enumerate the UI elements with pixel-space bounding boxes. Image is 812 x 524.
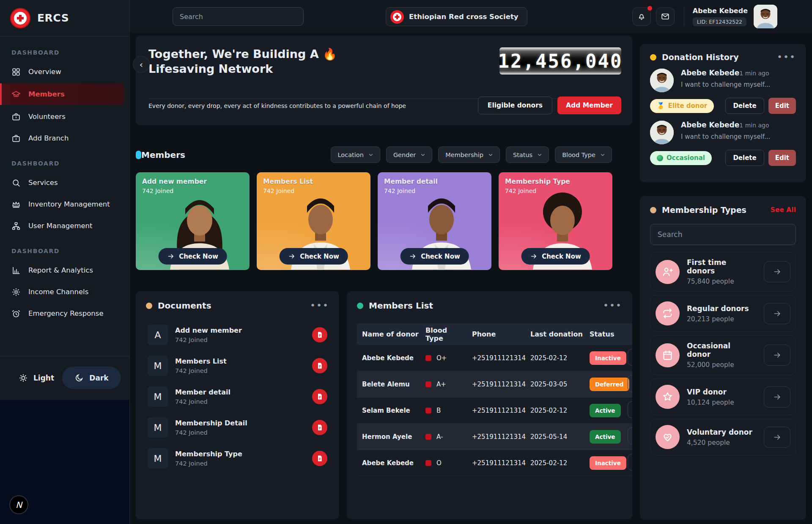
type-count: 10,124 people bbox=[687, 399, 734, 406]
type-arrow-button[interactable] bbox=[764, 427, 790, 448]
user-name: Abebe Kebede bbox=[693, 7, 748, 15]
doc-initial: M bbox=[148, 417, 168, 438]
sidebar-item-overview[interactable]: Overview bbox=[0, 61, 129, 83]
table-row: Abebe Kebede O+ +251911121314 2025-02-12… bbox=[357, 345, 632, 371]
chevron-down-icon bbox=[420, 152, 426, 158]
sidebar-item-members[interactable]: Members bbox=[0, 83, 124, 105]
donor-phone: +251911121314 bbox=[467, 354, 525, 362]
doc-subtitle: 742 Joined bbox=[175, 429, 247, 436]
light-mode-label: Light bbox=[33, 374, 54, 382]
check-now-button[interactable]: Check Now bbox=[158, 248, 227, 265]
pdf-download-button[interactable] bbox=[312, 358, 327, 373]
membership-types-title: Membership Types bbox=[662, 205, 746, 215]
types-search bbox=[650, 224, 796, 245]
members-section-title: Members bbox=[141, 150, 185, 160]
status-badge: Inactive bbox=[590, 456, 626, 470]
card-membership-type[interactable]: Membership Type 742 Joined Check Now bbox=[499, 172, 612, 270]
crown-icon bbox=[11, 200, 21, 209]
types-search-input[interactable] bbox=[650, 224, 796, 245]
check-now-button[interactable]: Check Now bbox=[521, 248, 590, 265]
see-all-link[interactable]: See All bbox=[771, 206, 796, 214]
table-row: Hermon Ayele A- +251911121314 2025-05-14… bbox=[357, 424, 632, 450]
card-members-list[interactable]: Members List 742 Joined Check Now bbox=[257, 172, 370, 270]
card-subtitle: 742 Joined bbox=[384, 188, 415, 194]
donor-photo bbox=[650, 121, 674, 144]
card-add-new-member[interactable]: Add new member 742 Joined Check Now bbox=[136, 172, 250, 270]
type-arrow-button[interactable] bbox=[764, 261, 790, 282]
eligible-donors-button[interactable]: Eligible donors bbox=[478, 97, 552, 114]
avatar[interactable] bbox=[650, 69, 674, 92]
sidebar-item-user-management[interactable]: User Management bbox=[0, 215, 129, 237]
light-mode-button[interactable]: Light bbox=[19, 373, 54, 383]
doc-title: Membership Type bbox=[175, 450, 242, 458]
sidebar-item-label: Add Branch bbox=[28, 134, 69, 142]
arrow-right-icon bbox=[288, 253, 295, 260]
more-icon[interactable]: ••• bbox=[310, 303, 329, 308]
pdf-download-button[interactable] bbox=[312, 327, 327, 342]
check-now-button[interactable]: Check Now bbox=[279, 248, 348, 265]
card-subtitle: 742 Joined bbox=[505, 188, 536, 194]
edit-button[interactable]: Edit bbox=[768, 150, 796, 166]
sidebar-item-income-channels[interactable]: Income Channels bbox=[0, 281, 129, 303]
filter-location[interactable]: Location bbox=[331, 146, 380, 163]
doc-initial: A bbox=[148, 325, 168, 345]
sidebar-item-inventory-management[interactable]: Inventory Management bbox=[0, 193, 129, 215]
filter-membership[interactable]: Membership bbox=[438, 146, 500, 163]
check-now-button[interactable]: Check Now bbox=[400, 248, 469, 265]
star-icon bbox=[656, 385, 680, 409]
nextjs-logo-icon[interactable]: N bbox=[9, 495, 28, 514]
org-badge[interactable]: Ethiopian Red cross Society bbox=[386, 7, 527, 26]
filter-status[interactable]: Status bbox=[506, 146, 549, 163]
avatar[interactable] bbox=[650, 121, 674, 144]
notifications-button[interactable] bbox=[632, 7, 651, 26]
row-action-button[interactable] bbox=[628, 349, 632, 366]
card-title: Members List bbox=[263, 178, 313, 185]
avatar[interactable] bbox=[754, 5, 777, 28]
card-subtitle: 742 Joined bbox=[142, 188, 173, 194]
messages-button[interactable] bbox=[656, 7, 675, 26]
type-arrow-button[interactable] bbox=[764, 345, 790, 366]
moon-icon bbox=[74, 373, 84, 383]
pdf-download-button[interactable] bbox=[312, 451, 327, 466]
type-arrow-button[interactable] bbox=[764, 303, 790, 324]
blood-drop-icon bbox=[425, 408, 431, 414]
col-last-donation: Last donation bbox=[525, 330, 584, 338]
pdf-download-button[interactable] bbox=[312, 420, 327, 435]
delete-button[interactable]: Delete bbox=[725, 150, 764, 166]
global-search bbox=[173, 7, 304, 26]
pdf-download-button[interactable] bbox=[312, 389, 327, 404]
mail-icon bbox=[661, 12, 670, 21]
content-column: ‹ Together, We're Building A 🔥 Lifesavin… bbox=[136, 36, 632, 524]
type-arrow-button[interactable] bbox=[764, 386, 790, 408]
last-donation: 2025-03-05 bbox=[525, 381, 584, 388]
sidebar-footer: N bbox=[0, 400, 129, 524]
doc-subtitle: 742 Joined bbox=[175, 460, 242, 467]
search-input[interactable] bbox=[173, 8, 303, 25]
more-icon[interactable]: ••• bbox=[777, 55, 796, 59]
type-title: Voluntary donor bbox=[687, 428, 752, 436]
document-item: M Membership Type742 Joined bbox=[146, 444, 329, 472]
card-member-detail[interactable]: Member detail 742 Joined Check Now bbox=[378, 172, 491, 270]
edit-button[interactable]: Edit bbox=[768, 98, 796, 114]
row-action-button[interactable] bbox=[628, 375, 632, 392]
doc-subtitle: 742 Joined bbox=[175, 398, 230, 405]
sidebar-item-report-analytics[interactable]: Report & Analytics bbox=[0, 259, 129, 281]
more-icon[interactable]: ••• bbox=[603, 303, 622, 308]
filter-blood-type[interactable]: Blood Type bbox=[555, 146, 612, 163]
donor-name: Hermon Ayele bbox=[357, 433, 420, 441]
sidebar-item-emergency-response[interactable]: Emergency Response bbox=[0, 303, 129, 324]
doc-title: Membership Detail bbox=[175, 419, 247, 427]
membership-types-dot bbox=[650, 207, 656, 213]
row-action-button[interactable] bbox=[628, 401, 632, 418]
sidebar-item-add-branch[interactable]: Add Branch bbox=[0, 127, 129, 149]
sidebar-item-services[interactable]: Services bbox=[0, 172, 129, 193]
row-action-button[interactable] bbox=[628, 454, 632, 471]
sidebar-item-volunteers[interactable]: Volunteers bbox=[0, 106, 129, 127]
gear-icon bbox=[11, 287, 21, 297]
filter-gender[interactable]: Gender bbox=[386, 146, 432, 163]
dark-mode-button[interactable]: Dark bbox=[62, 367, 121, 389]
carousel-prev-button[interactable]: ‹ bbox=[133, 56, 150, 73]
delete-button[interactable]: Delete bbox=[725, 98, 764, 114]
row-action-button[interactable] bbox=[628, 427, 632, 444]
add-member-button[interactable]: Add Member bbox=[557, 97, 621, 114]
